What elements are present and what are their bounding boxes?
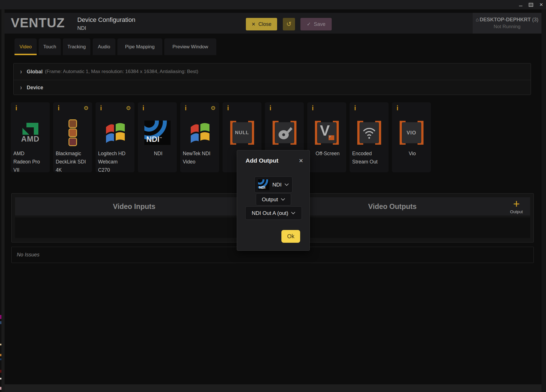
window-maximize-icon[interactable] [529,3,533,7]
page-subtitle: NDI [77,25,86,31]
machine-status-panel[interactable]: ⌂DESKTOP-DEPHKRT (3) Not Running [473,13,541,34]
device-label: NDI [140,150,176,158]
tab-preview-window[interactable]: Preview Window [164,38,216,55]
machine-status: Not Running [494,24,521,30]
info-icon[interactable]: i [227,104,229,112]
channel-select-dropdown[interactable]: NDI Out A (out) [245,206,302,220]
device-label: Logitech HDWebcamC270 [98,150,134,174]
ndi-mini-icon: NDI [258,179,269,190]
wifi-icon [350,120,389,146]
window-titlebar: ✕ [0,0,546,9]
check-icon: ✓ [307,21,311,27]
chevron-right-icon: › [20,69,22,74]
window-frame-right [541,9,546,392]
vio-icon: VIO [392,120,431,146]
device-section-label: Device [27,85,43,91]
device-card[interactable]: iAMDAMDRadeon ProVII [11,102,50,172]
gear-icon[interactable]: ⚙ [211,105,216,111]
device-label: Vio [395,150,430,158]
device-label: AMDRadeon ProVII [13,150,49,174]
device-card[interactable]: i⚙Logitech HDWebcamC270 [96,102,134,172]
device-select-value: NDI [272,182,282,188]
save-button[interactable]: ✓ Save [300,18,332,30]
gear-icon[interactable]: ⚙ [84,105,89,111]
machine-count: (3) [532,17,538,22]
window-footer [5,384,541,392]
chevron-right-icon: › [20,85,22,90]
device-label: Off-Screen [310,150,345,158]
plus-icon: + [513,199,520,209]
device-label: NewTek NDIVideo [183,150,218,166]
type-select-dropdown[interactable]: Output [256,193,291,206]
device-card[interactable]: iVOff-Screen [307,102,346,172]
info-icon[interactable]: i [396,104,398,112]
device-card[interactable]: iNDI™NDI [138,102,177,172]
device-card[interactable]: i⚙BlackmagicDeckLink SDI4K [53,102,92,172]
info-icon[interactable]: i [58,104,60,112]
info-icon[interactable]: i [15,104,17,112]
dialog-close-icon[interactable]: ✕ [299,157,303,164]
refresh-icon: ↺ [286,20,291,28]
global-section-label: Global [27,69,43,75]
chevron-down-icon [281,198,285,201]
ok-button[interactable]: Ok [281,230,300,243]
refresh-button[interactable]: ↺ [283,18,295,30]
device-select-dropdown[interactable]: NDI NDI [254,177,292,193]
chevron-down-icon [285,183,289,186]
amd-icon: AMD [11,120,50,146]
ventuz-device-configuration-window: ✕ VENTUZ Device Configuration NDI ✕ Clos… [0,0,546,392]
window-close-icon[interactable]: ✕ [539,3,543,7]
ndi-icon: NDI™ [138,120,177,146]
global-section-row[interactable]: › Global (Frame: Automatic 1, Max resolu… [14,63,531,80]
video-outputs-title: Video Outputs [368,202,416,211]
close-button[interactable]: ✕ Close [246,18,277,30]
settings-summary-box: › Global (Frame: Automatic 1, Max resolu… [13,63,531,95]
video-inputs-title: Video Inputs [113,202,155,211]
device-card[interactable]: i⚙NewTek NDIVideo [180,102,219,172]
disc-icon [265,120,304,146]
device-label: EncodedStream Out [352,150,388,166]
tab-pipe-mapping[interactable]: Pipe Mapping [117,38,162,55]
tab-audio[interactable]: Audio [93,38,115,55]
ventuz-v-icon: V [307,120,346,146]
tab-video[interactable]: Video [14,38,37,55]
video-inputs-header: Video Inputs [15,197,253,215]
app-header: VENTUZ Device Configuration NDI ✕ Close … [5,13,541,34]
info-icon[interactable]: i [312,104,314,112]
background-window-sliver [0,9,1,392]
device-card[interactable]: iEncodedStream Out [350,102,389,172]
info-icon[interactable]: i [269,104,271,112]
type-select-value: Output [262,196,278,203]
info-icon[interactable]: i [100,104,102,112]
add-output-label: Output [510,209,523,214]
machine-name: DESKTOP-DEPHKRT [480,17,531,22]
info-icon[interactable]: i [185,104,187,112]
dialog-title: Add Output [246,157,278,164]
device-label: BlackmagicDeckLink SDI4K [56,150,91,174]
info-icon[interactable]: i [142,104,144,112]
global-section-details: (Frame: Automatic 1, Max resolution: 163… [45,69,198,74]
windows-icon [180,120,219,146]
chevron-down-icon [291,212,295,214]
device-card[interactable]: iVIOVio [392,102,431,172]
add-output-button[interactable]: + Output [506,197,527,215]
tab-tracking[interactable]: Tracking [63,38,90,55]
windows-icon [96,120,134,146]
gear-icon[interactable]: ⚙ [126,105,131,111]
window-minimize-icon[interactable] [519,6,522,6]
add-output-dialog: Add Output ✕ NDI NDI Output NDI Out A (o… [237,150,310,251]
home-icon: ⌂ [476,17,479,22]
info-icon[interactable]: i [354,104,356,112]
channel-select-value: NDI Out A (out) [252,210,288,216]
blackmagic-icon [53,120,92,146]
close-x-icon: ✕ [252,21,256,27]
device-section-row[interactable]: › Device [14,80,531,95]
ventuz-logo: VENTUZ [11,15,65,30]
page-title: Device Configuration [77,16,135,24]
null-icon: NULL [223,120,261,146]
issues-text: No Issues [17,252,40,258]
tab-touch[interactable]: Touch [39,38,61,55]
